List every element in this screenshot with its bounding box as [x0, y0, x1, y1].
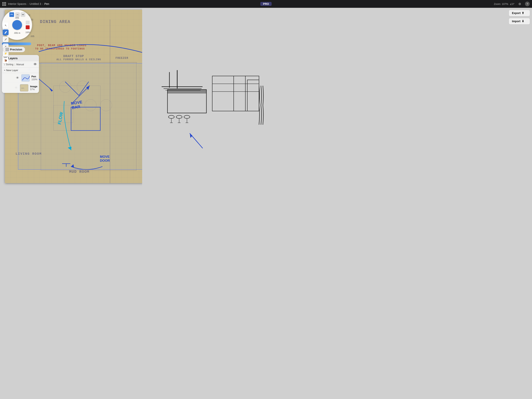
tool-name: Pen	[44, 2, 49, 6]
svg-point-30	[176, 115, 182, 118]
layer-pen-name: Pen	[31, 75, 37, 78]
precision-button[interactable]: Precision	[3, 47, 25, 52]
snail-tool-btn[interactable]: 🐌	[3, 58, 9, 63]
layer-pen-opacity: 100%	[31, 78, 37, 81]
sorting-label: Sorting	[6, 63, 13, 66]
pen-tool-btn[interactable]	[3, 29, 9, 35]
kitchen-sketch-svg	[152, 57, 265, 154]
apps-icon[interactable]	[2, 2, 6, 6]
brush-option-2[interactable]	[15, 12, 20, 17]
svg-rect-0	[41, 62, 136, 170]
precision-label: Precision	[10, 48, 22, 51]
color-swatch-red[interactable]	[26, 25, 30, 29]
breadcrumb: Interior Spaces › Untitled 3 › Pen	[2, 2, 266, 6]
svg-rect-27	[167, 90, 206, 113]
svg-point-29	[168, 115, 174, 118]
svg-point-3	[59, 81, 71, 93]
eyedrop-tool-btn[interactable]	[3, 36, 9, 42]
pro-badge: PRO	[260, 2, 266, 6]
sorting-icon: ↕	[4, 63, 5, 66]
svg-marker-48	[190, 134, 192, 138]
kitchen-sketch-area	[142, 8, 266, 200]
opacity-100-label: 100%	[25, 31, 30, 33]
layer-image-thumbnail: IMG	[20, 84, 28, 91]
right-tool-icons	[26, 21, 30, 29]
layer-image-visibility-icon[interactable]: 👁	[14, 86, 18, 90]
svg-point-31	[184, 115, 190, 118]
svg-point-4	[77, 81, 89, 93]
layer-pen-visibility-icon[interactable]: 👁	[15, 76, 20, 80]
svg-rect-42	[247, 80, 259, 111]
top-bar: Interior Spaces › Untitled 3 › Pen PRO Z…	[0, 0, 266, 8]
svg-rect-41	[234, 76, 245, 111]
layer-item-image[interactable]: 👁 IMG Image 57%	[2, 83, 39, 93]
precision-icon	[6, 48, 9, 51]
project-name[interactable]: Untitled 3	[30, 2, 41, 6]
main-canvas-area: DINING AREA POST, BEAM AND HEADER LOADS …	[0, 8, 266, 200]
arrow-tool-btn[interactable]: ↖	[3, 22, 9, 28]
sketch-annotations-svg	[142, 8, 266, 200]
brush-size-label: .031 in	[14, 32, 20, 34]
brush-option-active[interactable]	[9, 12, 14, 17]
brush-size-display: .031	[15, 17, 19, 19]
svg-rect-28	[167, 90, 206, 94]
svg-rect-1	[54, 86, 100, 130]
svg-rect-38	[212, 76, 259, 111]
layer-image-name: Image	[30, 85, 37, 88]
sorting-value: Manual	[16, 63, 24, 66]
app-name[interactable]: Interior Spaces	[8, 2, 26, 6]
layers-visibility-toggle[interactable]: 👁	[33, 62, 37, 66]
layer-image-opacity: 57%	[30, 88, 37, 91]
layer-image-info: Image 57%	[30, 85, 37, 91]
layer-pen-thumbnail	[21, 74, 30, 82]
svg-point-5	[85, 99, 96, 111]
layers-title: Layers	[8, 57, 18, 60]
color-swatch-white[interactable]	[26, 21, 30, 25]
brush-center-dot[interactable]	[12, 20, 22, 30]
new-layer-label: + New Layer	[4, 69, 18, 72]
svg-text:IMG: IMG	[21, 87, 24, 89]
layer-pen-info: Pen 100%	[31, 75, 37, 81]
svg-rect-2	[54, 105, 73, 123]
brush-option-3[interactable]	[21, 12, 25, 17]
left-toolbar: ↖ ✕ ⚡ 🐌	[3, 22, 9, 63]
layer-item-pen[interactable]: 👁 Pen 100%	[2, 73, 39, 83]
new-layer-button[interactable]: + New Layer	[2, 68, 39, 73]
